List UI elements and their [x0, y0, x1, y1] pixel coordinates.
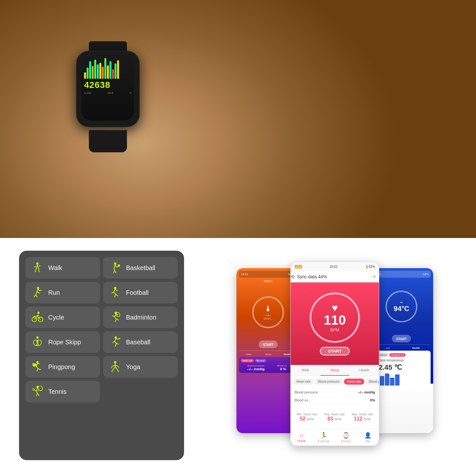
nav-me[interactable]: 👤 Me [357, 432, 379, 443]
min-hr-label: Min. heart rate [297, 413, 317, 416]
watch-info-3: 0 [130, 91, 131, 95]
svg-line-4 [39, 268, 39, 272]
svg-line-57 [116, 339, 118, 339]
avg-hr-unit: BPM [334, 418, 341, 421]
basketball-label: Basketball [126, 264, 155, 272]
health-tabs: Heart rate Blood pressure Heart rate Blo… [291, 376, 379, 385]
svg-point-0 [36, 262, 38, 265]
svg-line-59 [112, 341, 115, 343]
back-right-health: Health [401, 347, 431, 349]
tennis-label: Tennis [48, 388, 67, 395]
min-hr-unit: BPM [307, 418, 314, 421]
watch-body: 42638 4,325 00:8 0 [76, 51, 140, 127]
health-tab-bloodpressure-1[interactable]: Blood pressure [315, 379, 342, 385]
svg-line-27 [116, 294, 118, 296]
stat-blood-exercise: Blood ex... 0% [294, 396, 375, 404]
status-battery: 🔋62% [365, 265, 375, 268]
svg-line-13 [115, 271, 116, 273]
svg-line-41 [115, 319, 116, 322]
svg-point-69 [114, 361, 116, 363]
sport-item-walk[interactable]: Walk [25, 257, 100, 279]
tab-health[interactable]: Health [349, 365, 379, 376]
svg-line-17 [37, 292, 40, 293]
run-label: Run [48, 289, 60, 296]
svg-line-26 [115, 294, 116, 297]
svg-line-3 [35, 268, 36, 272]
nav-exercise[interactable]: 🏃 Exercise [313, 432, 335, 443]
avg-hr-value: 83 [327, 416, 333, 421]
health-tab-heartrate-2[interactable]: Heart rate [344, 379, 364, 385]
nav-home[interactable]: ⌂ Home [291, 432, 313, 443]
svg-line-34 [37, 316, 41, 320]
walk-icon [31, 261, 44, 274]
cycle-label: Cycle [48, 314, 64, 321]
svg-line-28 [115, 289, 117, 291]
sport-item-baseball[interactable]: Baseball [103, 331, 178, 353]
heart-icon: ♥ [332, 303, 338, 313]
svg-line-11 [114, 268, 115, 271]
svg-line-51 [39, 340, 41, 340]
watch-strap-bottom [89, 130, 127, 152]
back-left-start: START [263, 343, 274, 347]
svg-line-24 [114, 289, 116, 292]
svg-line-25 [114, 292, 116, 294]
temp-unit: ℃ [394, 363, 402, 371]
tab-sleep[interactable]: Sleep [320, 365, 350, 376]
phone-stats: Blood pressure --/-- mmHg Blood ex... 0% [291, 385, 379, 408]
baseball-icon [109, 336, 122, 348]
sport-item-tennis[interactable]: Tennis [25, 381, 100, 402]
stat-be-label: Blood ex... [294, 398, 311, 402]
sync-text: Sync data 44% [297, 274, 327, 279]
nav-me-label: Me [366, 440, 370, 443]
health-tab-heartrate-1[interactable]: Heart rate [293, 379, 314, 385]
svg-point-46 [36, 336, 38, 339]
football-label: Football [126, 289, 149, 296]
sport-item-yoga[interactable]: Yoga [103, 356, 178, 378]
sport-item-rope-skip[interactable]: Rope Skipp [25, 331, 100, 353]
tab-walk[interactable]: Walk [291, 365, 320, 376]
start-button[interactable]: START [320, 347, 350, 355]
phones-stack: 15:01 62%▮ 2020-0 🌡 --/-- mmH... [236, 249, 433, 465]
svg-line-78 [118, 366, 119, 368]
sport-item-badminton[interactable]: Badminton [103, 307, 178, 328]
svg-line-16 [37, 289, 38, 292]
svg-line-44 [112, 316, 115, 317]
phone-back-right: 15:01 62% ✏ 94°C START [370, 268, 433, 433]
rope-skip-label: Rope Skipp [48, 339, 81, 346]
svg-line-83 [37, 393, 39, 395]
svg-line-2 [37, 265, 39, 268]
svg-line-29 [112, 292, 114, 293]
sport-item-run[interactable]: Run [25, 282, 100, 303]
sports-panel: Walk Basketball [19, 251, 184, 460]
svg-line-65 [37, 363, 40, 364]
svg-point-52 [115, 336, 117, 339]
sync-close[interactable]: ✕ [373, 274, 376, 279]
sport-item-pingpong[interactable]: Pingpong [25, 356, 100, 378]
svg-point-30 [37, 312, 40, 314]
status-signal: 📶📶 [294, 265, 302, 268]
sport-item-cycle[interactable]: Cycle [25, 307, 100, 328]
svg-line-75 [112, 370, 113, 372]
sport-item-basketball[interactable]: Basketball [103, 257, 178, 279]
back-right-temp: 94°C [393, 305, 409, 313]
bottom-section: Walk Basketball [0, 238, 476, 476]
svg-line-72 [115, 365, 118, 367]
svg-line-19 [34, 295, 36, 297]
walk-label: Walk [48, 264, 62, 272]
yoga-icon [109, 360, 122, 373]
baseball-label: Baseball [126, 339, 150, 346]
stat-blood-pressure: Blood pressure --/-- mmHg [294, 388, 375, 396]
svg-line-80 [36, 388, 37, 391]
svg-line-9 [115, 265, 117, 267]
svg-line-18 [36, 292, 37, 295]
sync-bar: ⟲ Sync data 44% ✕ [291, 271, 379, 282]
watch-steps-count: 42638 [84, 80, 131, 90]
yoga-label: Yoga [126, 363, 140, 371]
run-icon [31, 286, 44, 299]
nav-device[interactable]: ⌚ Device [335, 432, 357, 443]
sport-item-football[interactable]: Football [103, 282, 178, 303]
phone-nav-tabs: Walk Sleep Health [291, 365, 379, 376]
svg-line-22 [40, 290, 41, 291]
health-tab-bloodpressure-2[interactable]: Blood pressure [366, 379, 379, 385]
avg-hr-label: Avg. heart rate [324, 413, 345, 416]
